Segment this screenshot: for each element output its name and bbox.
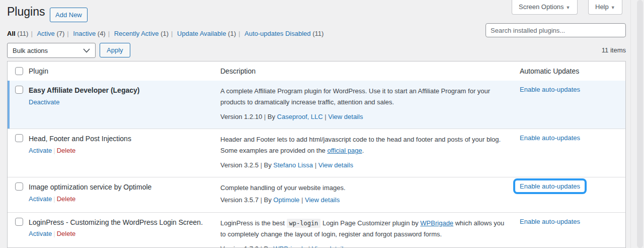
plugin-meta: Version 1.7.0 | By WPBrigade | View deta… bbox=[220, 244, 507, 248]
plugin-meta: Version 1.2.10 | By Caseproof, LLC | Vie… bbox=[220, 112, 507, 121]
view-details-link[interactable]: View details bbox=[312, 245, 347, 248]
chevron-down-icon: ▼ bbox=[566, 5, 571, 10]
row-checkbox[interactable] bbox=[15, 182, 23, 191]
delete-link[interactable]: Delete bbox=[57, 147, 76, 154]
row-checkbox[interactable] bbox=[15, 134, 23, 142]
view-details-link[interactable]: View details bbox=[318, 161, 353, 169]
add-new-button[interactable]: Add New bbox=[50, 8, 88, 22]
author-link[interactable]: Stefano Lissa bbox=[273, 161, 313, 169]
plugin-meta: Version 3.5.7 | By Optimole | View detai… bbox=[220, 196, 507, 205]
plugins-page: Plugins Add New Screen Options▼ Help▼ Al… bbox=[0, 0, 644, 248]
plugin-name: Head, Footer and Post Injections bbox=[29, 134, 215, 144]
filter-auto-updates-disabled[interactable]: Auto-updates Disabled (11) bbox=[245, 30, 324, 37]
filter-all[interactable]: All (11) bbox=[7, 30, 28, 37]
plugin-description: A complete Affiliate Program plugin for … bbox=[220, 86, 507, 108]
enable-auto-updates-link[interactable]: Enable auto-updates bbox=[520, 134, 580, 142]
code-snippet: wp-login bbox=[287, 219, 321, 228]
activate-link[interactable]: Activate bbox=[29, 230, 52, 237]
bulk-actions-bar: Bulk actions Apply bbox=[7, 43, 130, 58]
table-row: Image optimization service by Optimole A… bbox=[8, 177, 625, 212]
plugin-status-filters: All (11)| Active (7)| Inactive (4)| Rece… bbox=[7, 30, 324, 37]
plugin-version: Version 3.5.7 bbox=[220, 196, 259, 204]
filter-active[interactable]: Active (7) bbox=[37, 30, 64, 37]
scrollbar-track[interactable] bbox=[630, 0, 644, 248]
plugin-name: Image optimization service by Optimole bbox=[29, 182, 215, 193]
table-row: Head, Footer and Post Injections Activat… bbox=[8, 129, 625, 177]
enable-auto-updates-link[interactable]: Enable auto-updates bbox=[520, 218, 580, 225]
enable-auto-updates-link[interactable]: Enable auto-updates bbox=[520, 86, 580, 93]
plugin-description: Complete handling of your website images… bbox=[220, 182, 507, 194]
view-details-link[interactable]: View details bbox=[305, 196, 340, 204]
table-row: LoginPress - Customizing the WordPress L… bbox=[8, 212, 625, 248]
filter-separator: | bbox=[67, 30, 68, 37]
filter-recently-active[interactable]: Recently Active (1) bbox=[114, 30, 169, 37]
author-link[interactable]: Optimole bbox=[273, 196, 299, 204]
filter-separator: | bbox=[238, 30, 240, 37]
delete-link[interactable]: Delete bbox=[57, 195, 76, 203]
search-input[interactable] bbox=[486, 23, 626, 37]
filter-inactive[interactable]: Inactive (4) bbox=[73, 30, 105, 37]
plugin-version: Version 1.2.10 bbox=[220, 113, 262, 120]
chevron-down-icon: ▼ bbox=[611, 5, 615, 10]
plugin-meta: Version 3.2.5 | By Stefano Lissa | View … bbox=[220, 161, 507, 170]
wpbrigade-link[interactable]: WPBrigade bbox=[420, 219, 453, 227]
filter-update-available[interactable]: Update Available (1) bbox=[177, 30, 236, 37]
enable-auto-updates-link[interactable]: Enable auto-updates bbox=[520, 182, 580, 190]
row-checkbox[interactable] bbox=[15, 218, 23, 226]
table-header-row: Plugin Description Automatic Updates bbox=[8, 61, 625, 81]
table-row: Easy Affiliate Developer (Legacy) Deacti… bbox=[8, 81, 625, 129]
column-header-automatic-updates: Automatic Updates bbox=[520, 67, 579, 75]
scrollbar-thumb[interactable] bbox=[637, 0, 643, 248]
delete-link[interactable]: Delete bbox=[57, 230, 76, 237]
column-header-plugin: Plugin bbox=[29, 67, 48, 75]
plugin-name: LoginPress - Customizing the WordPress L… bbox=[29, 218, 215, 228]
select-all-checkbox[interactable] bbox=[15, 67, 23, 75]
items-count: 11 items bbox=[602, 46, 626, 54]
filter-separator: | bbox=[171, 30, 173, 37]
author-link[interactable]: Caseproof, LLC bbox=[277, 113, 323, 120]
activate-link[interactable]: Activate bbox=[29, 147, 52, 154]
author-link[interactable]: WPBrigade bbox=[273, 245, 306, 248]
plugin-description: LoginPress is the best wp-login Login Pa… bbox=[220, 218, 507, 240]
help-button[interactable]: Help▼ bbox=[588, 0, 622, 15]
filter-separator: | bbox=[31, 30, 32, 37]
plugin-description: Header and Footer lets to add html/javas… bbox=[220, 134, 507, 156]
page-title: Plugins bbox=[7, 5, 45, 19]
plugin-version: Version 3.2.5 bbox=[220, 161, 259, 169]
official-page-link[interactable]: official page bbox=[327, 147, 362, 154]
activate-link[interactable]: Activate bbox=[29, 195, 52, 203]
plugin-name: Easy Affiliate Developer (Legacy) bbox=[29, 86, 215, 96]
view-details-link[interactable]: View details bbox=[328, 113, 363, 120]
chevron-down-icon bbox=[83, 48, 90, 53]
column-header-description: Description bbox=[220, 67, 256, 75]
screen-options-button[interactable]: Screen Options▼ bbox=[512, 0, 578, 15]
deactivate-link[interactable]: Deactivate bbox=[29, 98, 59, 106]
row-checkbox[interactable] bbox=[15, 86, 23, 94]
filter-separator: | bbox=[108, 30, 110, 37]
highlight-box: Enable auto-updates bbox=[513, 178, 587, 194]
bulk-actions-select[interactable]: Bulk actions bbox=[7, 43, 96, 58]
apply-button[interactable]: Apply bbox=[100, 43, 130, 57]
plugins-table: Plugin Description Automatic Updates Eas… bbox=[7, 61, 626, 248]
plugin-version: Version 1.7.0 bbox=[220, 245, 259, 248]
